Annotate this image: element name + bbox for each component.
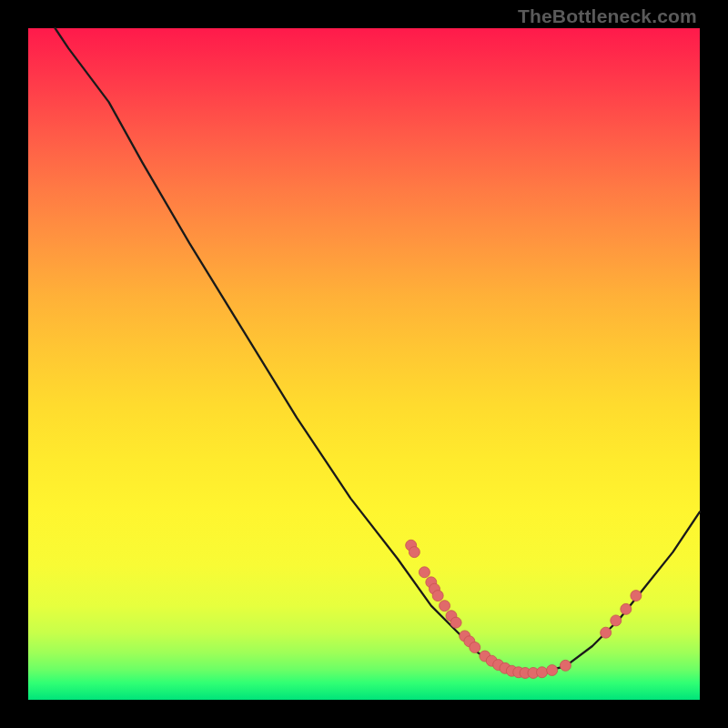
data-point: [547, 665, 558, 676]
data-point: [537, 667, 548, 678]
plot-area: [28, 28, 700, 700]
chart-container: TheBottleneck.com: [0, 0, 728, 728]
data-point: [631, 591, 642, 602]
bottleneck-curve: [56, 28, 700, 672]
data-points: [406, 540, 642, 678]
data-point: [601, 627, 612, 638]
data-point: [419, 567, 430, 578]
data-point: [450, 617, 461, 628]
data-point: [409, 547, 420, 558]
data-point: [440, 601, 450, 612]
data-point: [432, 591, 443, 602]
data-point: [611, 615, 622, 626]
chart-svg: [28, 28, 700, 700]
data-point: [560, 660, 571, 671]
data-point: [621, 603, 632, 614]
watermark-label: TheBottleneck.com: [518, 5, 697, 27]
data-point: [470, 642, 480, 652]
